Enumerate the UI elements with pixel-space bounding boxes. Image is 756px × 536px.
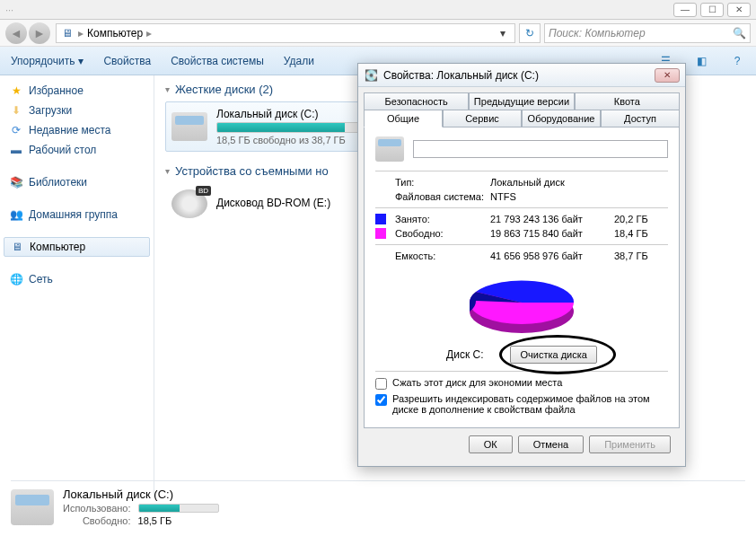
disk-icon: 💽 bbox=[364, 68, 378, 83]
dialog-title-text: Свойства: Локальный диск (C:) bbox=[383, 69, 539, 82]
tab-ghost: ··· bbox=[5, 4, 13, 15]
recent-icon: ⟳ bbox=[9, 123, 23, 137]
breadcrumb-sep-icon: ▸ bbox=[146, 27, 152, 40]
index-checkbox[interactable] bbox=[375, 394, 387, 406]
collapse-icon: ▾ bbox=[165, 84, 170, 94]
search-placeholder: Поиск: Компьютер bbox=[549, 27, 646, 40]
status-used-bar bbox=[138, 504, 219, 513]
disk-caption: Диск C: bbox=[446, 348, 483, 361]
cap-label: Емкость: bbox=[395, 250, 485, 261]
uninstall-button[interactable]: Удали bbox=[284, 55, 314, 67]
refresh-button[interactable]: ↻ bbox=[519, 23, 541, 43]
sidebar-item-homegroup[interactable]: 👥Домашняя группа bbox=[0, 205, 154, 224]
address-bar-row: ◄ ► 🖥 ▸ Компьютер ▸ ▾ ↻ Поиск: Компьютер… bbox=[0, 20, 756, 47]
nav-back-button[interactable]: ◄ bbox=[5, 22, 27, 44]
close-button[interactable]: ✕ bbox=[727, 3, 751, 17]
free-gb: 18,4 ГБ bbox=[614, 228, 668, 239]
sidebar-item-libraries[interactable]: 📚Библиотеки bbox=[0, 172, 154, 192]
volume-label-input[interactable] bbox=[413, 140, 668, 158]
sidebar-favorites-header[interactable]: ★Избранное bbox=[0, 81, 154, 101]
tab-tools[interactable]: Сервис bbox=[443, 110, 522, 127]
type-value: Локальный диск bbox=[490, 177, 609, 188]
sidebar-item-recent[interactable]: ⟳Недавние места bbox=[0, 120, 154, 140]
status-used-label: Использовано: bbox=[63, 503, 131, 514]
status-used-fill bbox=[139, 505, 180, 512]
disk-large-icon bbox=[375, 136, 404, 162]
free-swatch-icon bbox=[375, 228, 386, 239]
free-bytes: 19 863 715 840 байт bbox=[490, 228, 609, 239]
tab-panel-general: Тип:Локальный диск Файловая система:NTFS… bbox=[364, 127, 680, 428]
tab-hardware[interactable]: Оборудование bbox=[522, 110, 601, 127]
properties-dialog: 💽 Свойства: Локальный диск (C:) ✕ Безопа… bbox=[357, 63, 686, 467]
status-drive-icon bbox=[11, 489, 54, 525]
status-free-label: Свободно: bbox=[63, 515, 131, 526]
downloads-icon: ⬇ bbox=[9, 103, 23, 118]
network-icon: 🌐 bbox=[9, 272, 23, 286]
tab-previous-versions[interactable]: Предыдущие версии bbox=[469, 92, 574, 110]
cap-gb: 38,7 ГБ bbox=[614, 250, 668, 261]
star-icon: ★ bbox=[9, 83, 23, 98]
sidebar-item-downloads[interactable]: ⬇Загрузки bbox=[0, 101, 154, 120]
sidebar-item-computer[interactable]: 🖥Компьютер bbox=[4, 237, 150, 257]
help-icon[interactable]: ? bbox=[729, 53, 745, 69]
preview-pane-icon[interactable]: ◧ bbox=[693, 53, 709, 69]
used-swatch-icon bbox=[375, 214, 386, 224]
maximize-button[interactable]: ☐ bbox=[700, 3, 724, 17]
tab-security[interactable]: Безопасность bbox=[364, 92, 469, 110]
ok-button[interactable]: ОК bbox=[469, 435, 513, 453]
search-input[interactable]: Поиск: Компьютер 🔍 bbox=[544, 23, 751, 43]
used-label: Занято: bbox=[395, 214, 485, 224]
usage-pie-chart bbox=[463, 268, 580, 342]
type-label: Тип: bbox=[395, 177, 485, 188]
minimize-button[interactable]: — bbox=[673, 3, 697, 17]
computer-icon: 🖥 bbox=[10, 240, 24, 254]
address-bar[interactable]: 🖥 ▸ Компьютер ▸ ▾ bbox=[56, 23, 515, 43]
compress-checkbox[interactable] bbox=[375, 378, 387, 390]
properties-button[interactable]: Свойства bbox=[103, 55, 151, 67]
disk-cleanup-button[interactable]: Очистка диска bbox=[510, 346, 596, 364]
dropdown-icon: ▾ bbox=[78, 55, 84, 67]
apply-button[interactable]: Применить bbox=[589, 435, 671, 453]
compress-label: Сжать этот диск для экономии места bbox=[392, 377, 562, 388]
tab-quota[interactable]: Квота bbox=[575, 92, 680, 110]
drive-c-capacity-fill bbox=[217, 123, 345, 132]
bd-rom-icon bbox=[171, 189, 207, 218]
fs-label: Файловая система: bbox=[395, 191, 485, 202]
status-free-value: 18,5 ГБ bbox=[138, 515, 219, 526]
search-icon: 🔍 bbox=[733, 27, 746, 40]
navigation-sidebar: ★Избранное ⬇Загрузки ⟳Недавние места ▬Ра… bbox=[0, 75, 154, 497]
homegroup-icon: 👥 bbox=[9, 207, 23, 222]
window-chrome: ··· — ☐ ✕ bbox=[0, 0, 756, 20]
libraries-icon: 📚 bbox=[9, 175, 23, 189]
details-pane: Локальный диск (C:) Использовано: Свобод… bbox=[11, 480, 745, 527]
tab-sharing[interactable]: Доступ bbox=[601, 110, 680, 127]
used-bytes: 21 793 243 136 байт bbox=[490, 214, 609, 224]
dialog-close-button[interactable]: ✕ bbox=[655, 68, 680, 83]
sidebar-item-network[interactable]: 🌐Сеть bbox=[0, 269, 154, 289]
status-title: Локальный диск (C:) bbox=[63, 488, 226, 501]
cancel-button[interactable]: Отмена bbox=[518, 435, 584, 453]
nav-forward-button[interactable]: ► bbox=[29, 22, 50, 44]
dialog-titlebar[interactable]: 💽 Свойства: Локальный диск (C:) ✕ bbox=[358, 64, 685, 87]
hard-disk-icon bbox=[171, 112, 207, 141]
breadcrumb-sep-icon: ▸ bbox=[78, 27, 84, 40]
breadcrumb-item[interactable]: Компьютер bbox=[87, 27, 143, 40]
free-label: Свободно: bbox=[395, 228, 485, 239]
address-dropdown-icon[interactable]: ▾ bbox=[495, 27, 511, 40]
used-gb: 20,2 ГБ bbox=[614, 214, 668, 224]
sidebar-item-desktop[interactable]: ▬Рабочий стол bbox=[0, 140, 154, 160]
fs-value: NTFS bbox=[490, 191, 609, 202]
tab-general[interactable]: Общие bbox=[364, 110, 443, 127]
system-properties-button[interactable]: Свойства системы bbox=[171, 55, 264, 67]
cap-bytes: 41 656 958 976 байт bbox=[490, 250, 609, 261]
index-label: Разрешить индексировать содержимое файло… bbox=[392, 393, 668, 415]
organize-menu[interactable]: Упорядочить ▾ bbox=[11, 55, 84, 67]
desktop-icon: ▬ bbox=[9, 143, 23, 157]
computer-icon: 🖥 bbox=[60, 26, 75, 40]
collapse-icon: ▾ bbox=[165, 166, 170, 176]
